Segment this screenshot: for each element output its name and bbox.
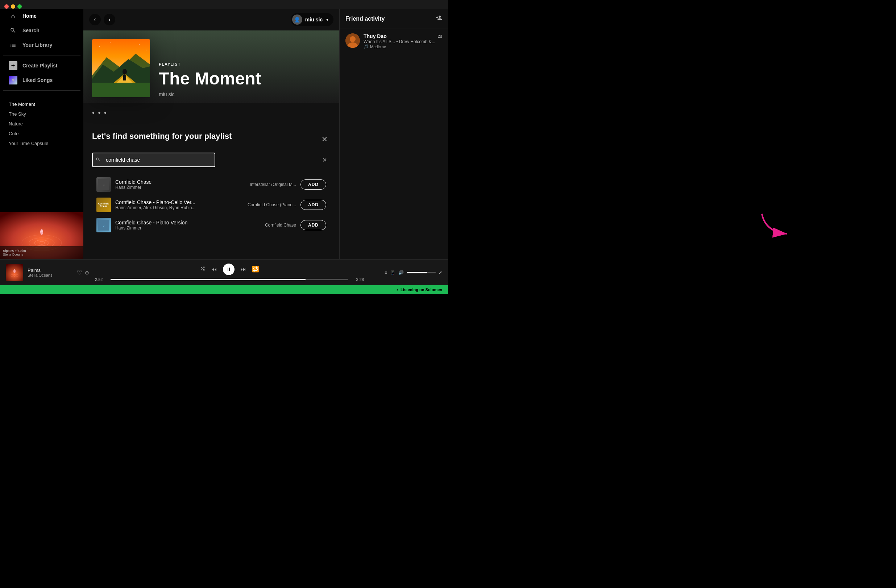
queue-list-button[interactable]: ≡ [385, 270, 387, 275]
back-button[interactable]: ‹ [89, 14, 101, 25]
like-button[interactable]: ♡ [77, 269, 82, 276]
now-playing-info: Palms Stella Oceans [27, 268, 73, 277]
pause-button[interactable]: ⏸ [223, 264, 235, 275]
repeat-button[interactable]: 🔁 [252, 266, 259, 273]
result-name-3: Cornfield Chase - Piano Version [115, 220, 261, 225]
playlist-actions: • • • [83, 103, 339, 123]
add-button-1[interactable]: ADD [300, 180, 326, 190]
playlist-title: The Moment [159, 69, 261, 88]
result-album-3: Cornfield Chase [265, 222, 296, 228]
volume-track[interactable] [407, 272, 436, 273]
playlist-header: PLAYLIST The Moment miu sic [83, 30, 339, 103]
svg-text:♪: ♪ [102, 182, 105, 187]
fullscreen-button[interactable]: ⤢ [439, 270, 442, 275]
search-result-3[interactable]: ♪ Cornfield Chase - Piano Version Hans Z… [92, 215, 331, 235]
friend-activity-header: Friend activity [340, 9, 448, 29]
friend-avatar-1 [346, 34, 360, 48]
forward-button[interactable]: › [104, 14, 115, 25]
result-info-1: Cornfield Chase Hans Zimmer [115, 179, 245, 190]
minimize-button[interactable] [11, 5, 15, 9]
more-options-button[interactable]: • • • [92, 109, 107, 117]
search-results: ♪ Cornfield Chase Hans Zimmer Interstell… [92, 174, 331, 235]
svg-point-17 [146, 50, 147, 50]
add-button-2[interactable]: ADD [300, 200, 326, 210]
svg-rect-9 [92, 83, 150, 97]
previous-button[interactable]: ⏮ [211, 266, 217, 273]
now-playing-artist: Stella Oceans [27, 273, 73, 277]
top-bar: ‹ › 👤 miu sic ▼ [83, 9, 339, 30]
liked-songs-button[interactable]: ♥ Liked Songs [3, 73, 81, 87]
user-menu[interactable]: 👤 miu sic ▼ [291, 13, 334, 26]
now-playing-actions: ♡ ⊖ [77, 269, 89, 276]
now-playing-thumb [6, 264, 23, 281]
heart-icon: ♥ [9, 76, 17, 84]
library-icon [9, 41, 17, 49]
progress-track[interactable] [111, 279, 348, 280]
music-note-icon: 🎵 [364, 44, 369, 49]
result-name-1: Cornfield Chase [115, 179, 245, 185]
create-playlist-label: Create Playlist [23, 63, 58, 69]
listening-label: Listening on Solomen [401, 288, 442, 292]
now-playing-song: Palms [27, 268, 73, 273]
playlist-owner: miu sic [159, 91, 261, 97]
player-right-controls: ≡ 📱 🔊 ⤢ [370, 270, 442, 275]
result-thumb-1: ♪ [96, 177, 111, 192]
friend-info-1: Thuy Dao 2d When It's All S... • Drew Ho… [364, 34, 442, 49]
shuffle-button[interactable] [200, 266, 206, 273]
sidebar-item-nature[interactable]: Nature [0, 119, 83, 129]
queue-button[interactable]: ⊖ [85, 270, 89, 276]
cover-art-svg [92, 39, 150, 97]
progress-fill [111, 279, 306, 280]
sidebar-item-the-moment[interactable]: The Moment [0, 99, 83, 109]
sidebar-item-your-time-capsule[interactable]: Your Time Capsule [0, 139, 83, 148]
bottom-player: Palms Stella Oceans ♡ ⊖ ⏮ ⏸ ⏭ 🔁 [0, 259, 448, 285]
create-playlist-button[interactable]: + Create Playlist [3, 58, 81, 73]
search-result-2[interactable]: CornfieldChase Cornfield Chase - Piano-C… [92, 195, 331, 215]
friend-name-row-1: Thuy Dao 2d [364, 34, 442, 39]
result-album-2: Cornfield Chase (Piano... [248, 202, 296, 207]
plus-icon: + [9, 61, 17, 70]
sidebar-item-library[interactable]: Your Library [3, 38, 81, 52]
svg-point-23 [350, 36, 355, 42]
search-clear-button[interactable]: ✕ [322, 157, 327, 163]
search-section-title: Let's find something for your playlist [92, 132, 232, 141]
svg-point-30 [14, 269, 15, 273]
home-icon: ⌂ [9, 12, 17, 20]
time-current: 2:52 [95, 277, 108, 282]
playlist-list: The Moment The Sky Nature Cute Your Time… [0, 96, 83, 212]
volume-fill [407, 272, 427, 273]
svg-point-16 [139, 44, 140, 45]
content-scroll[interactable]: PLAYLIST The Moment miu sic • • • Let's … [83, 30, 339, 259]
result-info-2: Cornfield Chase - Piano-Cello Ver... Han… [115, 200, 243, 210]
playlist-cover [92, 39, 150, 97]
friend-avatar-img-1 [346, 34, 360, 48]
sidebar-item-home[interactable]: ⌂ Home [3, 9, 81, 23]
sidebar-item-search[interactable]: Search [3, 23, 81, 38]
sidebar-item-search-label: Search [23, 27, 40, 34]
add-friend-button[interactable] [436, 15, 442, 23]
search-section: Let's find something for your playlist ✕… [83, 123, 339, 244]
close-button[interactable] [5, 5, 9, 9]
search-box-container: ✕ [92, 152, 331, 167]
result-thumb-2: CornfieldChase [96, 198, 111, 212]
listening-bar: ♪ Listening on Solomen [0, 285, 448, 294]
next-button[interactable]: ⏭ [240, 266, 246, 273]
svg-point-14 [99, 46, 100, 47]
sidebar-item-cute[interactable]: Cute [0, 129, 83, 139]
chevron-down-icon: ▼ [326, 18, 329, 22]
player-controls: ⏮ ⏸ ⏭ 🔁 2:52 3:28 [95, 264, 364, 282]
device-button[interactable]: 📱 [390, 270, 395, 275]
friend-name-1: Thuy Dao [364, 34, 387, 39]
close-search-button[interactable]: ✕ [318, 133, 331, 145]
volume-icon[interactable]: 🔊 [398, 270, 404, 275]
search-result-1[interactable]: ♪ Cornfield Chase Hans Zimmer Interstell… [92, 174, 331, 195]
add-button-3[interactable]: ADD [300, 220, 326, 230]
maximize-button[interactable] [17, 5, 22, 9]
sidebar-album-overlay: Ripples of Calm Stella Oceans [0, 246, 83, 259]
svg-text:♪: ♪ [102, 223, 105, 228]
sidebar-item-the-sky[interactable]: The Sky [0, 109, 83, 119]
friend-source-1: 🎵 Medicine [364, 44, 442, 49]
playlist-type: PLAYLIST [159, 62, 261, 66]
window-controls [0, 0, 26, 9]
search-input[interactable] [92, 152, 215, 167]
